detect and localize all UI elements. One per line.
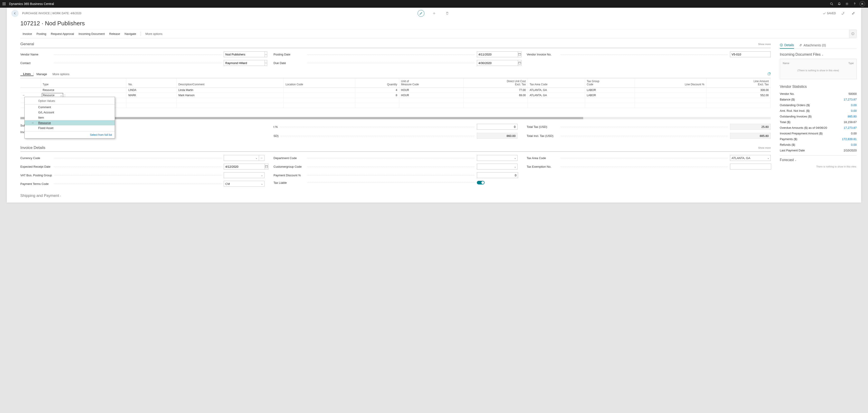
due-date-picker-icon[interactable] bbox=[518, 60, 521, 66]
info-icon[interactable] bbox=[849, 30, 857, 37]
new-button[interactable] bbox=[431, 10, 437, 17]
payment-terms-select[interactable]: CM⌄ bbox=[224, 181, 265, 187]
col-discount[interactable]: Line Discount % bbox=[635, 78, 706, 88]
chevron-down-icon: ⌄ bbox=[795, 159, 797, 161]
back-button[interactable] bbox=[11, 10, 19, 17]
tab-lines[interactable]: Lines bbox=[20, 72, 33, 76]
vendor-invoice-no-label: Vendor Invoice No. bbox=[527, 53, 558, 56]
delete-button[interactable] bbox=[444, 10, 451, 17]
table-row[interactable] bbox=[20, 98, 771, 103]
svg-rect-4 bbox=[4, 4, 4, 4]
cmd-release[interactable]: Release bbox=[107, 29, 122, 38]
stat-link[interactable]: 172,839.81 bbox=[842, 137, 857, 141]
chevron-down-icon: ⌄ bbox=[60, 94, 62, 97]
due-date-label: Due Date bbox=[274, 61, 305, 65]
contact-label: Contact bbox=[20, 61, 52, 65]
help-icon[interactable] bbox=[851, 0, 859, 8]
stat-link[interactable]: 0.00 bbox=[851, 143, 857, 146]
customergroup-code-select[interactable]: ⌄ bbox=[477, 164, 518, 170]
factbox-tab-details[interactable]: Details bbox=[780, 42, 794, 49]
cmd-more-options[interactable]: More options bbox=[143, 29, 165, 38]
total-tax-value bbox=[730, 124, 771, 130]
table-row[interactable] bbox=[20, 103, 771, 108]
incoming-docs-empty: (There is nothing to show in this view) bbox=[783, 69, 854, 72]
tax-exemption-input[interactable] bbox=[730, 164, 771, 170]
vat-group-label: VAT Bus. Posting Group bbox=[20, 174, 52, 177]
edit-button[interactable] bbox=[417, 10, 424, 17]
col-no[interactable]: No. bbox=[126, 78, 177, 88]
expected-date-picker-icon[interactable] bbox=[265, 164, 268, 170]
cmd-posting[interactable]: Posting bbox=[34, 29, 49, 38]
lines-more-options[interactable]: More options bbox=[50, 72, 72, 76]
collapse-icon[interactable] bbox=[850, 10, 857, 17]
factbox-tab-attachments[interactable]: Attachments (0) bbox=[799, 42, 826, 49]
vendor-name-input[interactable] bbox=[224, 51, 265, 57]
col-unit-cost[interactable]: Direct Unit CostExcl. Tax bbox=[464, 78, 528, 88]
table-row[interactable]: → Resource⌄ ⋮ bbox=[20, 93, 771, 98]
tab-manage[interactable]: Manage bbox=[34, 72, 50, 76]
stat-link[interactable]: 0.00 bbox=[851, 109, 857, 113]
posting-date-picker-icon[interactable] bbox=[518, 51, 521, 57]
discount-pct-label-partial: t % bbox=[274, 125, 278, 128]
contact-input[interactable] bbox=[224, 60, 265, 66]
vendor-name-lookup[interactable]: ··· bbox=[265, 51, 267, 57]
vendor-invoice-no-input[interactable] bbox=[730, 51, 771, 57]
dropdown-option[interactable]: Comment bbox=[25, 105, 115, 110]
currency-lookup[interactable]: ··· bbox=[259, 155, 265, 161]
cmd-incoming-document[interactable]: Incoming Document bbox=[76, 29, 107, 38]
table-row[interactable]: Resource LINDA Linda Martin 4 HOUR 77.00… bbox=[20, 88, 771, 93]
app-launcher-icon[interactable] bbox=[2, 2, 6, 6]
stat-link[interactable]: 17,273.87 bbox=[843, 126, 857, 129]
search-icon[interactable] bbox=[828, 0, 835, 8]
contact-lookup[interactable]: ··· bbox=[265, 60, 267, 66]
popout-icon[interactable] bbox=[839, 10, 846, 17]
stat-link[interactable]: 885.80 bbox=[848, 115, 857, 118]
bell-icon[interactable] bbox=[835, 0, 843, 8]
cmd-navigate[interactable]: Navigate bbox=[122, 29, 138, 38]
discount-pct-input[interactable] bbox=[477, 124, 518, 130]
row-more-icon[interactable]: ⋮ bbox=[64, 94, 66, 97]
user-avatar[interactable]: IK bbox=[859, 0, 866, 8]
col-desc[interactable]: Description/Comment bbox=[177, 78, 284, 88]
general-show-more[interactable]: Show more bbox=[758, 43, 771, 46]
department-code-select[interactable]: ⌄ bbox=[477, 155, 518, 161]
gear-icon[interactable] bbox=[843, 0, 851, 8]
dropdown-option[interactable]: G/L Account bbox=[25, 110, 115, 115]
expected-receipt-input[interactable] bbox=[224, 164, 265, 170]
dropdown-option[interactable]: Item bbox=[25, 115, 115, 120]
vendor-name-label: Vendor Name bbox=[20, 53, 52, 56]
tax-area-code-select[interactable]: ATLANTA, GA⌄ bbox=[730, 155, 771, 161]
vat-group-select[interactable]: ⌄ bbox=[224, 172, 265, 178]
svg-rect-7 bbox=[4, 5, 4, 5]
dropdown-full-list-link[interactable]: Select from full list bbox=[25, 131, 115, 138]
col-qty[interactable]: Quantity bbox=[355, 78, 399, 88]
due-date-input[interactable] bbox=[477, 60, 518, 66]
posting-date-input[interactable] bbox=[477, 51, 518, 57]
stat-link[interactable]: 0.00 bbox=[851, 104, 857, 107]
expected-receipt-label: Expected Receipt Date bbox=[20, 165, 52, 168]
dropdown-option[interactable]: Fixed Asset bbox=[25, 125, 115, 130]
section-shipping-and-payment[interactable]: Shipping and Payment› bbox=[20, 194, 771, 198]
posting-date-label: Posting Date bbox=[274, 53, 305, 56]
col-uom[interactable]: Unit ofMeasure Code bbox=[399, 78, 463, 88]
lines-toolbar: Lines Manage More options bbox=[20, 70, 771, 78]
payment-discount-input[interactable] bbox=[477, 172, 518, 178]
stat-link[interactable]: 17,273.87 bbox=[843, 98, 857, 101]
col-tax-group[interactable]: Tax GroupCode bbox=[585, 78, 635, 88]
currency-code-select[interactable]: ⌄ bbox=[224, 155, 259, 161]
cmd-request-approval[interactable]: Request Approval bbox=[49, 29, 76, 38]
invoice-details-show-more[interactable]: Show more bbox=[758, 146, 771, 149]
col-type[interactable]: Type bbox=[41, 78, 126, 88]
cmd-invoice[interactable]: Invoice bbox=[20, 29, 34, 38]
forecast-title[interactable]: Forecast⌄ bbox=[780, 158, 857, 162]
dropdown-option-selected[interactable]: →Resource bbox=[25, 120, 115, 125]
horizontal-scrollbar[interactable] bbox=[20, 117, 771, 119]
tax-liable-toggle[interactable] bbox=[477, 181, 485, 184]
svg-rect-16 bbox=[266, 166, 268, 168]
incoming-docs-title[interactable]: Incoming Document Files⌄ bbox=[780, 53, 857, 57]
lines-popout-icon[interactable] bbox=[768, 72, 771, 76]
chevron-right-icon: › bbox=[60, 195, 61, 197]
col-line-amount[interactable]: Line AmountExcl. Tax bbox=[706, 78, 771, 88]
col-location[interactable]: Location Code bbox=[284, 78, 355, 88]
col-tax-area[interactable]: Tax Area Code bbox=[528, 78, 585, 88]
